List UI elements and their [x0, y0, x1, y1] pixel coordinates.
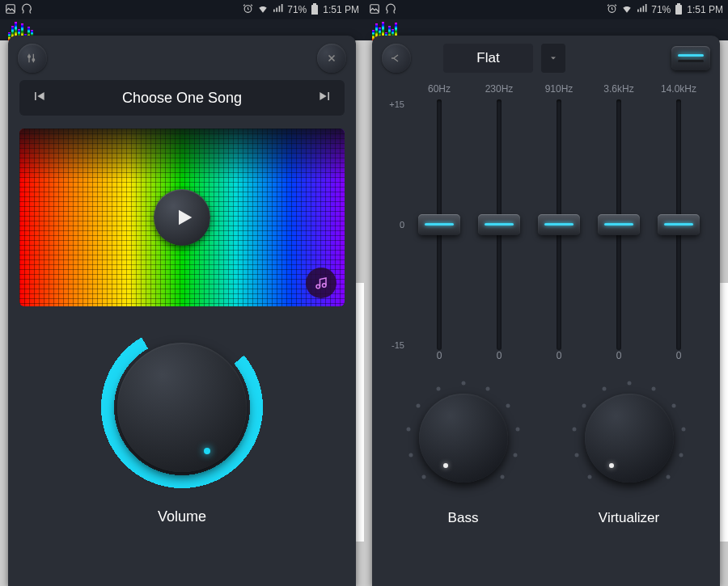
svg-rect-4: [311, 8, 318, 15]
freq-label: 230Hz: [469, 83, 529, 99]
previous-button[interactable]: [31, 88, 47, 108]
equalizer-panel: Flat 60Hz 230Hz 910Hz 3.6kHz 14.0kHz +15…: [372, 36, 720, 586]
scale-max: +15: [389, 99, 404, 109]
signal-icon: [637, 3, 647, 16]
bass-knob[interactable]: [419, 394, 508, 483]
eq-slider-2[interactable]: [478, 214, 520, 235]
freq-label: 910Hz: [529, 83, 589, 99]
preset-label: Flat: [476, 50, 499, 66]
bass-label: Bass: [448, 510, 479, 526]
svg-point-6: [28, 55, 31, 57]
clock-text: 1:51 PM: [687, 4, 723, 15]
freq-label: 60Hz: [409, 83, 469, 99]
battery-icon: [311, 3, 319, 17]
virtualizer-label: Virtualizer: [599, 510, 659, 526]
eq-slider-5[interactable]: [658, 214, 700, 235]
eq-value-row: 0 0 0 0 0: [383, 350, 709, 369]
eq-toggle-button[interactable]: [18, 44, 47, 73]
svg-rect-14: [677, 3, 680, 5]
battery-percent: 71%: [287, 4, 307, 15]
gallery-icon: [5, 3, 16, 17]
freq-label: 3.6kHz: [589, 83, 649, 99]
virtualizer-knob[interactable]: [585, 394, 674, 483]
headphones-icon: [385, 3, 396, 17]
eq-power-toggle[interactable]: [671, 46, 710, 70]
preset-dropdown-button[interactable]: [541, 44, 565, 73]
volume-knob[interactable]: [117, 343, 247, 472]
volume-label: Volume: [158, 508, 206, 525]
scale-min: -15: [392, 340, 404, 350]
svg-rect-13: [675, 5, 682, 15]
back-button[interactable]: [382, 44, 411, 73]
eq-value: 0: [409, 350, 469, 369]
phone-left: 71% 1:51 PM Choose One Song: [0, 0, 364, 586]
play-button[interactable]: [154, 189, 210, 246]
status-bar: 71% 1:51 PM: [0, 0, 364, 19]
gallery-icon: [369, 3, 380, 17]
visualizer-area: [19, 129, 345, 306]
battery-icon: [675, 3, 683, 17]
freq-label: 14.0kHz: [649, 83, 709, 99]
svg-rect-3: [313, 3, 316, 5]
alarm-icon: [607, 3, 617, 16]
eq-value: 0: [529, 350, 589, 369]
music-library-button[interactable]: [306, 268, 336, 298]
clock-text: 1:51 PM: [323, 4, 359, 15]
alarm-icon: [243, 3, 253, 16]
eq-slider-1[interactable]: [418, 214, 460, 235]
player-panel: Choose One Song Volume: [8, 36, 356, 586]
close-button[interactable]: [317, 44, 346, 73]
preset-select[interactable]: Flat: [443, 44, 533, 73]
track-title[interactable]: Choose One Song: [47, 90, 317, 107]
phone-right: 71% 1:51 PM Flat 60Hz 23: [364, 0, 728, 586]
signal-icon: [273, 3, 283, 16]
headphones-icon: [21, 3, 32, 17]
next-button[interactable]: [317, 88, 333, 108]
svg-point-8: [32, 58, 35, 61]
eq-slider-3[interactable]: [538, 214, 580, 235]
battery-percent: 71%: [651, 4, 671, 15]
eq-slider-4[interactable]: [598, 214, 640, 235]
wifi-icon: [257, 3, 269, 17]
eq-value: 0: [589, 350, 649, 369]
scale-mid: 0: [400, 220, 404, 230]
status-bar: 71% 1:51 PM: [364, 0, 728, 19]
eq-value: 0: [469, 350, 529, 369]
track-bar: Choose One Song: [19, 80, 345, 116]
wifi-icon: [621, 3, 633, 17]
eq-freq-labels: 60Hz 230Hz 910Hz 3.6kHz 14.0kHz: [383, 83, 709, 99]
eq-scale: +15 0 -15: [383, 99, 409, 350]
eq-value: 0: [649, 350, 709, 369]
